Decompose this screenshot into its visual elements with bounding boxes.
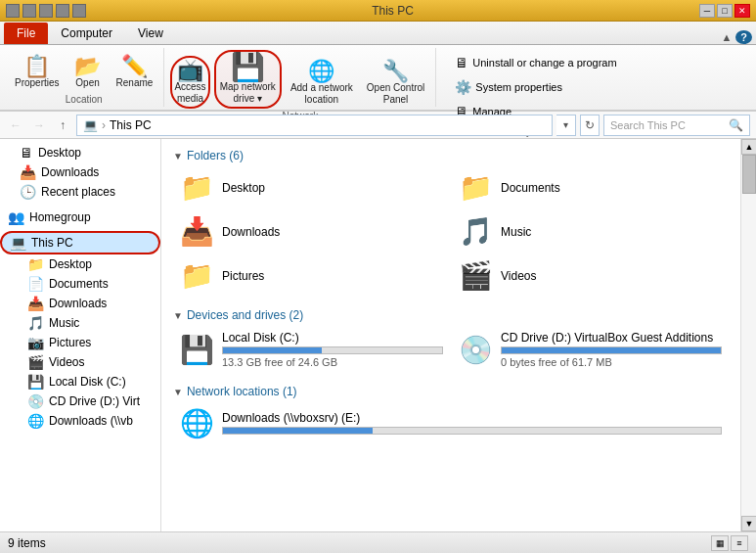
system-icon: ⚙️	[455, 79, 471, 95]
folder-pictures[interactable]: 📁 Pictures	[173, 254, 450, 297]
status-bar: 9 items ▦ ≡	[0, 531, 756, 553]
app-icon	[6, 4, 20, 18]
search-box[interactable]: Search This PC 🔍	[603, 115, 750, 136]
close-button[interactable]: ✕	[734, 4, 750, 18]
back-button[interactable]: ←	[6, 115, 25, 135]
folder-pictures-icon: 📁	[180, 259, 214, 292]
forward-button[interactable]: →	[29, 115, 49, 135]
sidebar-item-downloads[interactable]: 📥 Downloads	[0, 162, 160, 182]
cd-drive-bar-fill	[502, 347, 721, 353]
sidebar-item-downloads-label: Downloads	[41, 165, 99, 179]
folder-music[interactable]: 🎵 Music	[452, 210, 729, 253]
folders-arrow[interactable]: ▼	[173, 151, 183, 161]
sidebar-item-pc-pictures[interactable]: 📷 Pictures	[0, 333, 160, 352]
folders-label: Folders (6)	[187, 149, 244, 162]
sidebar-item-pc-downloads-label: Downloads	[49, 297, 107, 310]
cd-drive-drive-icon: 💿	[459, 334, 493, 366]
address-dropdown[interactable]: ▾	[556, 115, 576, 136]
folder-desktop[interactable]: 📁 Desktop	[173, 166, 450, 208]
folder-documents-icon: 📁	[459, 171, 493, 204]
ribbon-tabs: File Computer View ▲ ?	[0, 22, 756, 45]
refresh-button[interactable]: ↻	[580, 115, 600, 136]
drives-grid: 💾 Local Disk (C:) 13.3 GB free of 24.6 G…	[161, 326, 740, 373]
path-separator: ›	[102, 118, 106, 132]
folder-downloads[interactable]: 📥 Downloads	[173, 210, 450, 253]
folder-desktop-icon: 📁	[180, 171, 214, 204]
ribbon-group-system: 🖥 Uninstall or change a program ⚙️ Syste…	[436, 48, 635, 107]
scroll-up-arrow[interactable]: ▲	[741, 139, 756, 155]
uninstall-button[interactable]: 🖥 Uninstall or change a program	[450, 52, 621, 73]
rename-button[interactable]: ✏️ Rename	[111, 53, 158, 92]
folder-videos[interactable]: 🎬 Videos	[452, 254, 729, 297]
scroll-down-arrow[interactable]: ▼	[741, 516, 756, 531]
window-controls[interactable]: ─ □ ✕	[699, 4, 750, 18]
tab-computer[interactable]: Computer	[48, 23, 125, 44]
pc-videos-icon: 🎬	[27, 354, 44, 370]
sidebar-item-this-pc[interactable]: 💻 This PC	[0, 231, 160, 254]
sidebar-item-pc-desktop[interactable]: 📁 Desktop	[0, 254, 160, 274]
sidebar-item-pc-music[interactable]: 🎵 Music	[0, 313, 160, 333]
sidebar-item-desktop[interactable]: 🖥 Desktop	[0, 143, 160, 162]
map-network-drive-button[interactable]: 💾 Map networkdrive ▾	[214, 50, 282, 109]
up-button[interactable]: ↑	[53, 115, 72, 135]
open-icon: 📂	[74, 56, 101, 77]
list-view-button[interactable]: ≡	[731, 535, 748, 551]
help-icon[interactable]: ?	[735, 30, 752, 44]
network-arrow[interactable]: ▼	[173, 387, 183, 397]
sidebar-item-cd-drive[interactable]: 💿 CD Drive (D:) Virt	[0, 392, 160, 411]
map-drive-label: Map networkdrive ▾	[220, 81, 276, 105]
network-downloads-item[interactable]: 🌐 Downloads (\\vboxsrv) (E:)	[173, 402, 729, 444]
properties-button[interactable]: 📋 Properties	[10, 53, 65, 92]
properties-label: Properties	[15, 77, 60, 89]
sidebar-item-downloads-net[interactable]: 🌐 Downloads (\\vb	[0, 411, 160, 431]
properties-icon: 📋	[23, 56, 50, 77]
right-scrollbar[interactable]: ▲ ▼	[740, 139, 756, 531]
tab-view[interactable]: View	[125, 23, 176, 44]
address-path[interactable]: 💻 › This PC	[76, 115, 553, 136]
sidebar-item-homegroup[interactable]: 👥 Homegroup	[0, 207, 160, 227]
sidebar-item-homegroup-label: Homegroup	[29, 210, 91, 224]
rename-label: Rename	[116, 77, 154, 89]
local-disk-size: 13.3 GB free of 24.6 GB	[222, 356, 443, 368]
sidebar-item-pc-desktop-label: Desktop	[49, 257, 92, 271]
local-disk-item[interactable]: 💾 Local Disk (C:) 13.3 GB free of 24.6 G…	[173, 326, 450, 373]
sidebar-item-pc-documents[interactable]: 📄 Documents	[0, 274, 160, 294]
open-control-panel-button[interactable]: 🔧 Open ControlPanel	[362, 58, 429, 109]
system-properties-button[interactable]: ⚙️ System properties	[450, 76, 621, 98]
rename-icon: ✏️	[121, 56, 148, 77]
scroll-track[interactable]	[741, 155, 756, 516]
path-icon: 💻	[83, 118, 98, 132]
local-disk-bar-fill	[223, 347, 322, 353]
add-network-location-button[interactable]: 🌐 Add a networklocation	[286, 58, 358, 109]
folder-documents[interactable]: 📁 Documents	[452, 166, 729, 208]
minimize-button[interactable]: ─	[699, 4, 715, 18]
devices-arrow[interactable]: ▼	[173, 310, 183, 321]
sidebar-item-downloads-net-label: Downloads (\\vb	[49, 414, 133, 428]
search-icon: 🔍	[729, 118, 743, 132]
network-buttons: 📺 Accessmedia 💾 Map networkdrive ▾ 🌐 Add…	[170, 50, 429, 109]
cd-drive-info: CD Drive (D:) VirtualBox Guest Additions…	[501, 331, 722, 368]
collapse-ribbon-icon[interactable]: ▲	[721, 31, 732, 43]
sidebar-item-pc-videos[interactable]: 🎬 Videos	[0, 352, 160, 372]
this-pc-icon: 💻	[10, 235, 26, 251]
ribbon-group-location: 📋 Properties 📂 Open ✏️ Rename Location	[4, 48, 164, 107]
network-label: Network locations (1)	[187, 385, 297, 398]
cd-drive-item[interactable]: 💿 CD Drive (D:) VirtualBox Guest Additio…	[452, 326, 729, 373]
scroll-thumb[interactable]	[742, 155, 756, 194]
ribbon: 📋 Properties 📂 Open ✏️ Rename Location 📺…	[0, 45, 756, 112]
ribbon-group-network: 📺 Accessmedia 💾 Map networkdrive ▾ 🌐 Add…	[164, 48, 436, 107]
access-media-button[interactable]: 📺 Accessmedia	[170, 56, 209, 109]
maximize-button[interactable]: □	[717, 4, 733, 18]
sidebar-item-pc-downloads[interactable]: 📥 Downloads	[0, 294, 160, 313]
folder-music-icon: 🎵	[459, 215, 493, 248]
address-bar: ← → ↑ 💻 › This PC ▾ ↻ Search This PC 🔍	[0, 112, 756, 139]
dropdown-icon[interactable]	[72, 4, 86, 18]
tiles-view-button[interactable]: ▦	[711, 535, 729, 551]
sidebar-item-local-disk[interactable]: 💾 Local Disk (C:)	[0, 372, 160, 392]
open-button[interactable]: 📂 Open	[68, 53, 108, 92]
main-area: 🖥 Desktop 📥 Downloads 🕒 Recent places 👥 …	[0, 139, 756, 531]
sidebar-item-recent[interactable]: 🕒 Recent places	[0, 182, 160, 202]
open-label: Open	[75, 77, 99, 89]
tab-file[interactable]: File	[4, 23, 48, 44]
path-text: This PC	[110, 118, 152, 132]
